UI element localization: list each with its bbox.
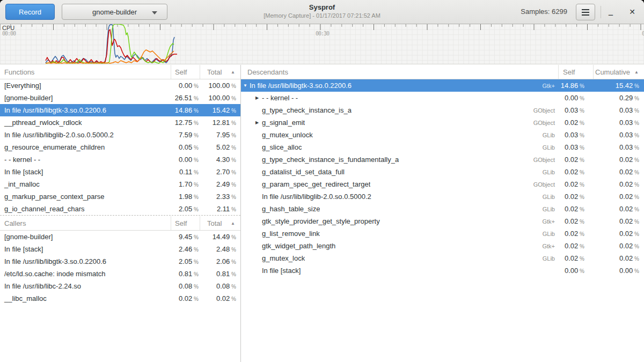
library-tag: GLib [543, 194, 555, 200]
total-percent: 2.06 % [200, 257, 240, 265]
column-header-functions[interactable]: Functions [0, 65, 171, 79]
descendant-name: gtk_style_provider_get_style_property [262, 217, 380, 225]
expander-collapsed-icon[interactable]: ▶ [255, 120, 262, 125]
time-label-start: 00:00 [2, 31, 16, 36]
self-percent: 0.02 % [558, 205, 593, 213]
function-name: g_io_channel_read_chars [0, 205, 171, 213]
table-row[interactable]: [Everything] 0.00 % 100.00 % [0, 79, 240, 92]
column-header-total[interactable]: Total ▲ [200, 65, 240, 79]
table-row[interactable]: __pthread_rwlock_rdlock 12.75 % 12.81 % [0, 116, 240, 129]
self-percent: 7.59 % [171, 131, 200, 139]
table-row-selected[interactable]: In file /usr/lib/libgtk-3.so.0.2200.6 14… [0, 104, 240, 116]
process-selector-dropdown[interactable]: gnome-builder [62, 4, 167, 20]
table-row[interactable]: - - kernel - - 0.00 % 4.30 % [0, 153, 240, 166]
tree-row[interactable]: gtk_style_provider_get_style_property Gt… [241, 215, 644, 227]
table-row[interactable]: [gnome-builder] 9.45 % 14.49 % [0, 231, 240, 243]
table-row[interactable]: /etc/ld.so.cache: inode mismatch 0.81 % … [0, 268, 240, 280]
cumulative-percent: 0.02 % [593, 217, 644, 225]
tree-row[interactable]: g_mutex_lock GLib 0.02 % 0.02 % [241, 252, 644, 264]
descendant-name: In file [stack] [262, 267, 301, 275]
table-row[interactable]: In file /usr/lib/libc-2.24.so 0.08 % 0.0… [0, 280, 240, 292]
table-row[interactable]: In file [stack] 2.46 % 2.48 % [0, 243, 240, 255]
tree-row[interactable]: gtk_widget_path_length Gtk+ 0.02 % 0.02 … [241, 240, 644, 252]
self-percent: 0.03 % [558, 131, 593, 139]
tree-row[interactable]: g_slice_alloc GLib 0.03 % 0.03 % [241, 141, 644, 153]
self-percent: 0.81 % [171, 270, 200, 278]
column-header-self[interactable]: Self [171, 65, 200, 79]
tree-row[interactable]: ▶ - - kernel - - 0.00 % 0.29 % [241, 92, 644, 104]
table-row[interactable]: g_markup_parse_context_parse 1.98 % 2.33… [0, 190, 240, 203]
total-percent: 15.42 % [200, 106, 240, 114]
self-percent: 26.51 % [171, 94, 200, 102]
self-percent: 0.02 % [558, 193, 593, 201]
self-percent: 0.00 % [558, 94, 593, 102]
column-header-total-label: Total [207, 219, 222, 227]
function-name: - - kernel - - [0, 156, 171, 164]
table-row[interactable]: In file /usr/lib/libgtk-3.so.0.2200.6 2.… [0, 255, 240, 268]
caller-name: In file /usr/lib/libgtk-3.so.0.2200.6 [0, 257, 171, 265]
titlebar[interactable]: Record gnome-builder Sysprof [Memory Cap… [0, 0, 644, 24]
tree-row[interactable]: g_type_check_instance_is_a GObject 0.03 … [241, 104, 644, 116]
library-tag: Gtk+ [542, 243, 555, 249]
minimize-button[interactable]: − [602, 0, 620, 24]
descendant-name: g_list_remove_link [262, 230, 320, 238]
expander-collapsed-icon[interactable]: ▶ [255, 95, 262, 100]
sort-ascending-icon: ▲ [634, 70, 639, 75]
column-header-cumulative[interactable]: Cumulative ▲ [593, 65, 644, 79]
function-name: __pthread_rwlock_rdlock [0, 119, 171, 127]
tree-row[interactable]: g_param_spec_get_redirect_target GObject… [241, 178, 644, 190]
tree-row[interactable]: g_list_remove_link GLib 0.02 % 0.02 % [241, 227, 644, 240]
self-percent: 0.02 % [558, 168, 593, 176]
titlebar-separator [601, 6, 601, 18]
column-header-descendants[interactable]: Descendants [241, 65, 558, 79]
library-tag: Gtk+ [542, 83, 555, 89]
cumulative-percent: 0.03 % [593, 131, 644, 139]
cumulative-percent: 0.02 % [593, 254, 644, 262]
self-percent: 0.03 % [558, 106, 593, 114]
column-header-self[interactable]: Self [558, 65, 593, 79]
self-percent: 14.86 % [171, 106, 200, 114]
total-percent: 4.30 % [200, 156, 240, 164]
cpu-graph[interactable]: CPU 00:00 00:30 01:00 [0, 24, 644, 64]
expander-open-icon[interactable]: ▼ [243, 83, 250, 88]
table-row[interactable]: _int_malloc 1.70 % 2.49 % [0, 178, 240, 190]
record-button[interactable]: Record [5, 4, 55, 20]
descendant-name: g_datalist_id_set_data_full [262, 168, 345, 176]
column-header-self[interactable]: Self [171, 216, 200, 230]
total-percent: 5.02 % [200, 143, 240, 151]
table-row[interactable]: In file [stack] 0.11 % 2.70 % [0, 166, 240, 178]
tree-row[interactable]: In file /usr/lib/libglib-2.0.so.0.5000.2… [241, 190, 644, 203]
function-name: [gnome-builder] [0, 94, 171, 102]
menu-button[interactable] [576, 4, 595, 20]
close-button[interactable]: ✕ [623, 0, 641, 24]
tree-row[interactable]: g_datalist_id_set_data_full GLib 0.02 % … [241, 166, 644, 178]
function-name: In file /usr/lib/libgtk-3.so.0.2200.6 [0, 106, 171, 114]
table-row[interactable]: g_resource_enumerate_children 0.05 % 5.0… [0, 141, 240, 153]
sysprof-window: Record gnome-builder Sysprof [Memory Cap… [0, 0, 644, 362]
tree-row[interactable]: ▶ g_signal_emit GObject 0.02 % 0.03 % [241, 116, 644, 129]
sort-ascending-icon: ▲ [231, 70, 235, 75]
descendant-name: g_slice_alloc [262, 143, 302, 151]
functions-panel: Functions Self Total ▲ [Everything] 0.00… [0, 65, 240, 362]
caller-name: In file /usr/lib/libc-2.24.so [0, 282, 171, 290]
total-percent: 7.95 % [200, 131, 240, 139]
library-tag: GObject [533, 157, 555, 163]
cumulative-percent: 0.03 % [593, 143, 644, 151]
descendant-name: In file /usr/lib/libglib-2.0.so.0.5000.2 [262, 193, 371, 201]
descendants-table-header: Descendants Self Cumulative ▲ [241, 65, 644, 79]
column-header-total[interactable]: Total ▲ [200, 216, 240, 230]
samples-count: Samples: 6299 [521, 0, 567, 24]
tree-row[interactable]: In file [stack] 0.00 % 0.00 % [241, 264, 644, 277]
table-row[interactable]: __libc_malloc 0.02 % 0.02 % [0, 292, 240, 305]
cumulative-percent: 0.29 % [593, 94, 644, 102]
callers-table-header: Callers Self Total ▲ [0, 216, 240, 231]
column-header-callers[interactable]: Callers [0, 216, 171, 230]
tree-row[interactable]: g_hash_table_size GLib 0.02 % 0.02 % [241, 203, 644, 215]
tree-row[interactable]: g_type_check_instance_is_fundamentally_a… [241, 153, 644, 166]
table-row[interactable]: In file /usr/lib/libglib-2.0.so.0.5000.2… [0, 129, 240, 141]
tree-row[interactable]: g_mutex_unlock GLib 0.03 % 0.03 % [241, 129, 644, 141]
table-row[interactable]: g_io_channel_read_chars 2.05 % 2.11 % [0, 203, 240, 215]
table-row[interactable]: [gnome-builder] 26.51 % 100.00 % [0, 92, 240, 104]
tree-row-selected[interactable]: ▼ In file /usr/lib/libgtk-3.so.0.2200.6 … [241, 79, 644, 92]
hamburger-icon [582, 12, 589, 13]
